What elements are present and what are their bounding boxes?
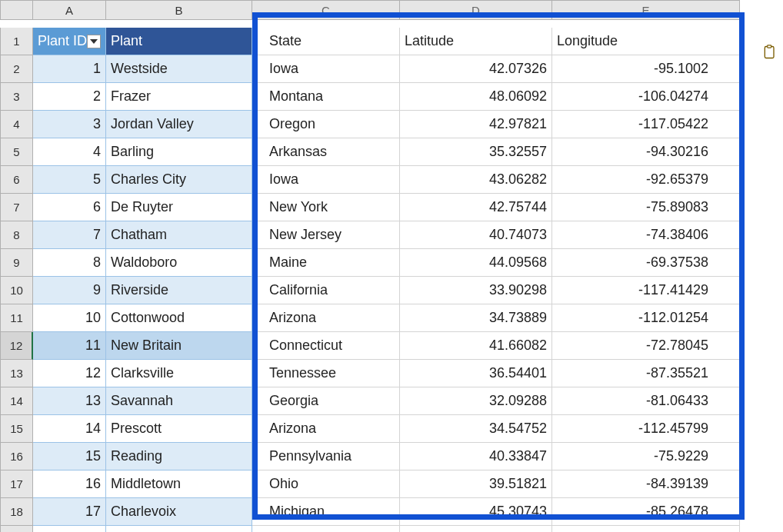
cell-state[interactable]: Ohio <box>252 470 400 498</box>
row-header-4[interactable]: 4 <box>0 111 33 138</box>
cell-longitude[interactable]: -85.26478 <box>552 498 740 526</box>
cell-state[interactable]: Michigan <box>252 498 400 526</box>
cell-longitude[interactable]: -69.37538 <box>552 249 740 277</box>
cell-plant-id[interactable]: 9 <box>33 277 106 304</box>
row-header-19[interactable]: 19 <box>0 526 33 532</box>
cell-plant-id[interactable]: 1 <box>33 55 106 83</box>
select-all-corner[interactable] <box>0 0 33 20</box>
cell-plant[interactable]: Savannah <box>106 387 252 415</box>
cell-longitude[interactable]: -95.1002 <box>552 55 740 83</box>
row-header-16[interactable]: 16 <box>0 443 33 470</box>
cell-plant-id[interactable]: 2 <box>33 83 106 111</box>
cell-latitude[interactable]: 39.51821 <box>400 470 552 498</box>
cell-latitude[interactable]: 32.09288 <box>400 387 552 415</box>
cell-plant-id[interactable]: 10 <box>33 304 106 332</box>
cell-plant[interactable]: De Ruyter <box>106 194 252 221</box>
cell-latitude[interactable]: 40.74073 <box>400 221 552 249</box>
cell-plant[interactable]: Chatham <box>106 221 252 249</box>
cell-latitude[interactable]: 42.07326 <box>400 55 552 83</box>
cell-longitude[interactable]: -94.30216 <box>552 138 740 166</box>
cell-longitude[interactable]: -87.35521 <box>552 360 740 387</box>
cell-latitude[interactable]: 34.54752 <box>400 415 552 443</box>
cell-longitude[interactable]: -81.06433 <box>552 387 740 415</box>
cell-plant[interactable]: Frazer <box>106 83 252 111</box>
cell-state[interactable]: Arizona <box>252 304 400 332</box>
cell-state[interactable]: Georgia <box>252 387 400 415</box>
cell-longitude[interactable]: -84.39139 <box>552 470 740 498</box>
table-header-plant-id[interactable]: Plant ID <box>33 28 106 55</box>
row-header-1[interactable]: 1 <box>0 28 33 55</box>
row-header-9[interactable]: 9 <box>0 249 33 277</box>
cell-latitude[interactable]: 41.66082 <box>400 332 552 360</box>
row-header-5[interactable]: 5 <box>0 138 33 166</box>
cell-state[interactable]: Connecticut <box>252 332 400 360</box>
cell-plant[interactable]: Prescott <box>106 415 252 443</box>
column-header-D[interactable]: D <box>400 0 552 20</box>
cell-state[interactable]: California <box>252 277 400 304</box>
cell-plant[interactable]: Florence <box>106 526 252 532</box>
table-header-state[interactable]: State <box>252 28 400 55</box>
column-header-E[interactable]: E <box>552 0 740 20</box>
cell-longitude[interactable] <box>552 526 740 532</box>
cell-state[interactable]: Arkansas <box>252 138 400 166</box>
cell-latitude[interactable]: 42.97821 <box>400 111 552 138</box>
cell-plant[interactable]: New Britain <box>106 332 252 360</box>
cell-longitude[interactable]: -117.05422 <box>552 111 740 138</box>
cell-longitude[interactable]: -75.9229 <box>552 443 740 470</box>
row-header-2[interactable]: 2 <box>0 55 33 83</box>
cell-longitude[interactable]: -112.45799 <box>552 415 740 443</box>
table-header-latitude[interactable]: Latitude <box>400 28 552 55</box>
cell-plant[interactable]: Riverside <box>106 277 252 304</box>
cell-state[interactable]: New Jersey <box>252 221 400 249</box>
cell-longitude[interactable]: -106.04274 <box>552 83 740 111</box>
cell-plant-id[interactable]: 3 <box>33 111 106 138</box>
cell-plant-id[interactable]: 4 <box>33 138 106 166</box>
row-header-8[interactable]: 8 <box>0 221 33 249</box>
cell-latitude[interactable]: 33.90298 <box>400 277 552 304</box>
cell-plant-id[interactable]: 14 <box>33 415 106 443</box>
cell-plant[interactable]: Waldoboro <box>106 249 252 277</box>
cell-plant[interactable]: Jordan Valley <box>106 111 252 138</box>
cell-plant-id[interactable]: 5 <box>33 166 106 194</box>
row-header-13[interactable]: 13 <box>0 360 33 387</box>
cell-plant-id[interactable]: 7 <box>33 221 106 249</box>
cell-plant[interactable]: Barling <box>106 138 252 166</box>
cell-longitude[interactable]: -75.89083 <box>552 194 740 221</box>
paste-options-icon[interactable] <box>761 43 778 62</box>
cell-plant[interactable]: Clarksville <box>106 360 252 387</box>
column-header-A[interactable]: A <box>33 0 106 20</box>
cell-state[interactable]: Maine <box>252 249 400 277</box>
filter-dropdown-icon[interactable] <box>87 35 101 48</box>
cell-plant-id[interactable]: 16 <box>33 470 106 498</box>
cell-plant-id[interactable]: 11 <box>33 332 106 360</box>
row-header-18[interactable]: 18 <box>0 498 33 526</box>
cell-longitude[interactable]: -72.78045 <box>552 332 740 360</box>
cell-state[interactable]: Iowa <box>252 55 400 83</box>
cell-state[interactable]: Iowa <box>252 166 400 194</box>
cell-latitude[interactable]: 44.09568 <box>400 249 552 277</box>
column-header-B[interactable]: B <box>106 0 252 20</box>
cell-latitude[interactable]: 43.06282 <box>400 166 552 194</box>
row-header-6[interactable]: 6 <box>0 166 33 194</box>
cell-plant-id[interactable]: 8 <box>33 249 106 277</box>
grid[interactable]: ABCDE1Plant IDPlantStateLatitudeLongitud… <box>0 0 783 532</box>
cell-state[interactable]: Oregon <box>252 111 400 138</box>
cell-longitude[interactable]: -92.65379 <box>552 166 740 194</box>
cell-plant-id[interactable]: 15 <box>33 443 106 470</box>
cell-latitude[interactable]: 34.73889 <box>400 304 552 332</box>
cell-state[interactable]: Montana <box>252 83 400 111</box>
cell-plant[interactable]: Middletown <box>106 470 252 498</box>
cell-latitude[interactable]: 36.54401 <box>400 360 552 387</box>
cell-state[interactable] <box>252 526 400 532</box>
table-header-plant[interactable]: Plant <box>106 28 252 55</box>
cell-plant-id[interactable]: 12 <box>33 360 106 387</box>
cell-plant-id[interactable]: 18 <box>33 526 106 532</box>
table-header-longitude[interactable]: Longitude <box>552 28 740 55</box>
cell-plant[interactable]: Charlevoix <box>106 498 252 526</box>
cell-latitude[interactable] <box>400 526 552 532</box>
cell-state[interactable]: New York <box>252 194 400 221</box>
column-header-C[interactable]: C <box>252 0 400 20</box>
row-header-3[interactable]: 3 <box>0 83 33 111</box>
cell-plant[interactable]: Reading <box>106 443 252 470</box>
row-header-14[interactable]: 14 <box>0 387 33 415</box>
